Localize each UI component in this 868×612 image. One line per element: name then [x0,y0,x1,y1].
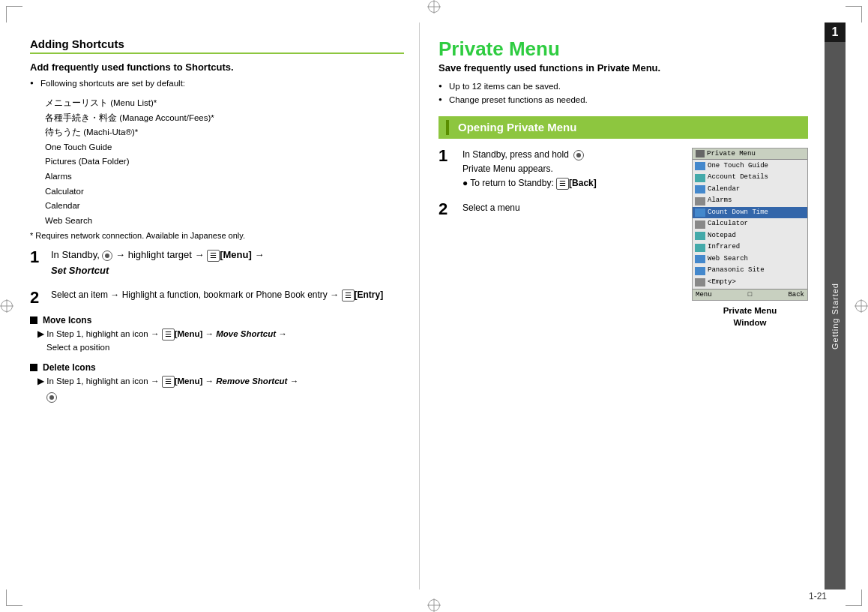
right-step-1-text: In Standby, press and hold [462,148,684,162]
phone-screenshot: Private Menu One Touch Guide Account Det… [692,148,808,302]
list-item: One Touch Guide [45,140,404,155]
corner-mark-tr [846,6,862,22]
phone-menu-label-8: Infrared [708,242,740,253]
list-item: Alarms [45,170,404,184]
phone-menu-item-9: Web Search [693,254,807,266]
step-1-block: 1 In Standby, → highlight target → ☰[Men… [30,248,404,279]
phone-icon-1 [695,162,705,170]
phone-titlebar: Private Menu [693,148,807,160]
phone-title-icon [696,150,705,158]
right-step-2-content: Select a menu [462,201,684,215]
step-1-text: In Standby, [51,249,102,260]
list-item: Web Search [45,214,404,229]
phone-icon-2 [695,174,705,182]
phone-menu-item-6: Calculator [693,218,807,230]
phone-menu-item-4: Alarms [693,195,807,207]
list-item: Calendar [45,199,404,214]
phone-icon-9 [695,255,705,263]
menu-key: ☰ [207,250,220,262]
private-menu-title: Private Menu [438,38,808,61]
corner-mark-br [846,590,862,606]
phone-menu-label-6: Calculator [708,219,748,230]
page-number: 1-21 [809,591,827,602]
phone-menu-label-1: One Touch Guide [708,161,768,172]
right-bullets: Up to 12 items can be saved. Change pres… [438,80,808,107]
phone-menu-list: One Touch Guide Account Details Calendar [693,160,807,290]
phone-menu-item-7: Notepad [693,230,807,242]
step-2-content: Select an item → Highlight a function, b… [51,288,404,302]
opening-header-text: Opening Private Menu [458,121,576,134]
phone-icon-6 [695,220,705,229]
phone-menu-label-3: Calendar [708,184,740,195]
delete-icons-title: Delete Icons [30,362,404,373]
right-step-2-num: 2 [438,201,456,218]
page-content: Adding Shortcuts Add frequently used fun… [22,22,846,590]
delete-end-icon [46,392,57,403]
phone-menu-label-4: Alarms [708,196,732,206]
back-key: ☰ [556,178,569,190]
step-1-arrow: → highlight target → [112,249,207,260]
delete-menu-label: [Menu] → Remove Shortcut → [175,376,299,386]
corner-mark-tl [6,6,22,22]
black-square-icon [30,316,37,324]
step-1-action: Set Shortcut [51,263,404,279]
delete-body-text: In Step 1, highlight an icon → [46,376,161,386]
phone-icon-5 [695,208,705,217]
delete-icons-body: ▶ In Step 1, highlight an icon → ☰[Menu]… [30,374,404,404]
opening-bar-icon [446,120,449,135]
step-2-text: Select an item → Highlight a function, b… [51,290,342,300]
step-2-number: 2 [30,290,51,306]
opening-header: Opening Private Menu [438,116,808,139]
phone-menu-label-9: Web Search [708,254,748,265]
phone-icon-4 [695,197,705,206]
right-step-1-block: 1 In Standby, press and hold Private Men… [438,148,684,191]
reg-mark-bottom [427,598,441,612]
phone-menu-label-5: Count Down Time [708,208,768,218]
list-item: 各種手続き・料金 (Manage Account/Fees)* [45,111,404,126]
right-step-1-sub2-text: ● To return to Standby: [462,178,556,188]
list-item: Pictures (Data Folder) [45,154,404,170]
reg-mark-left [0,299,13,313]
right-standby-icon [573,150,584,160]
move-menu-label: [Menu] → Move Shortcut → [175,329,287,338]
phone-icon-7 [695,232,705,240]
left-subheading: Add frequently used functions to Shortcu… [30,62,404,73]
phone-caption: Private Menu Window [692,304,808,328]
phone-screenshot-area: Private Menu One Touch Guide Account Det… [692,148,808,329]
chevron-right-icon: ▶ [37,329,46,338]
phone-menu-item-2: Account Details [693,172,807,184]
phone-menu-item-10: Panasonic Site [693,265,807,277]
back-label: [Back] [569,178,597,188]
move-icons-section: Move Icons ▶ In Step 1, highlight an ico… [30,315,404,355]
right-step-2-block: 2 Select a menu [438,201,684,218]
phone-menu-item-1: One Touch Guide [693,160,807,172]
phone-bottom-right: Back [788,291,804,298]
phone-bottom-left: Menu [696,291,712,298]
right-step-1-area: 1 In Standby, press and hold Private Men… [438,148,808,329]
move-menu-key: ☰ [162,328,175,340]
phone-icon-11 [695,278,705,286]
bullet-intro: Following shortcuts are set by default: [30,77,404,90]
step-1-line: In Standby, → highlight target → ☰[Menu]… [51,248,404,263]
step-1-menu-label: [Menu] → [220,249,264,260]
phone-menu-item-5: Count Down Time [693,207,807,219]
step-1-content: In Standby, → highlight target → ☰[Menu]… [51,248,404,279]
shortcuts-items: メニューリスト (Menu List)* 各種手続き・料金 (Manage Ac… [30,96,404,228]
reg-mark-top [427,0,441,14]
left-section-title: Adding Shortcuts [30,38,404,54]
corner-mark-bl [6,590,22,606]
move-icons-title: Move Icons [30,315,404,326]
right-step-1-num: 1 [438,148,456,164]
phone-bottombar: Menu □ Back [693,289,807,300]
right-step-1-sub2: ● To return to Standby: ☰[Back] [462,176,684,190]
delete-title-text: Delete Icons [43,362,96,373]
phone-icon-3 [695,185,705,194]
list-item: Calculator [45,184,404,200]
left-column: Adding Shortcuts Add frequently used fun… [22,22,420,590]
phone-menu-item-11: <Empty> [693,277,807,289]
phone-title-text: Private Menu [707,150,756,158]
note-text: * Requires network connection. Available… [30,231,404,240]
phone-icon-10 [695,267,705,275]
right-bullet-2: Change preset functions as needed. [438,93,808,106]
entry-key: ☰ [342,290,355,302]
